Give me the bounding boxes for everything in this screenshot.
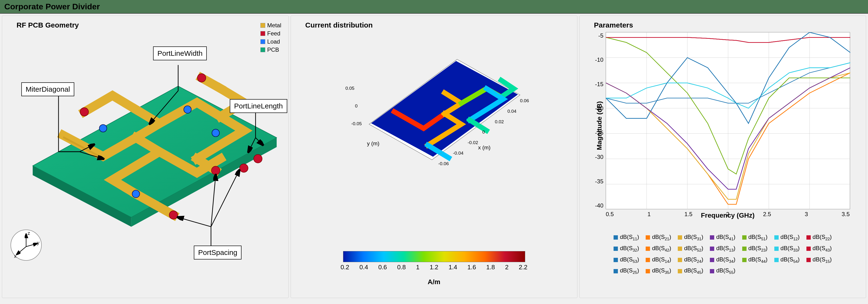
sparam-legend-item[interactable]: dB(S55)	[710, 267, 735, 275]
legend-swatch	[806, 235, 811, 240]
legend-swatch	[774, 235, 779, 240]
axes-compass-icon[interactable]: z y x	[10, 230, 42, 261]
colorbar: 0.20.40.60.811.21.41.61.822.2 A/m	[341, 251, 528, 286]
sparam-legend-item[interactable]: dB(S15)	[806, 256, 832, 264]
sparam-legend-item[interactable]: dB(S23)	[742, 245, 768, 253]
svg-point-12	[132, 190, 140, 198]
colorbar-tick: 1.4	[448, 264, 457, 271]
xtick: 2.5	[763, 211, 771, 217]
sparam-legend-item[interactable]: dB(S45)	[678, 267, 703, 275]
colorbar-tick: 1.2	[430, 264, 438, 271]
xtick: 0.5	[606, 211, 614, 217]
legend-label: dB(S51)	[748, 234, 768, 241]
sparam-legend-item[interactable]: dB(S42)	[646, 245, 671, 253]
sparam-legend-item[interactable]: dB(S43)	[806, 245, 832, 253]
svg-text:-0.02: -0.02	[468, 140, 478, 145]
sparam-chart[interactable]: -5-10-15-20-25-30-35-40 0.511.522.533.5	[606, 32, 850, 209]
sparam-legend-item[interactable]: dB(S51)	[742, 234, 768, 241]
legend-item: Metal	[260, 22, 281, 29]
legend-label: dB(S23)	[748, 245, 768, 253]
svg-text:0.06: 0.06	[520, 98, 529, 103]
sparam-legend-item[interactable]: dB(S13)	[710, 245, 735, 253]
sparam-legend-item[interactable]: dB(S25)	[614, 267, 639, 275]
pcb-svg	[5, 32, 286, 267]
legend-swatch	[614, 269, 618, 273]
geometry-panel: RF PCB Geometry MetalFeedLoadPCB	[2, 15, 289, 298]
svg-point-5	[254, 155, 262, 163]
legend-swatch	[710, 269, 714, 273]
colorbar-tick: 0.2	[341, 264, 349, 271]
legend-label: dB(S21)	[652, 234, 671, 241]
legend-swatch	[646, 235, 650, 240]
callout-miter: MiterDiagonal	[21, 82, 74, 96]
ytick: -25	[591, 130, 603, 136]
legend-label: dB(S31)	[684, 234, 703, 241]
chart-svg	[606, 32, 850, 209]
current-plot[interactable]: -0.05 0 0.05 -0.06 -0.04 -0.02 0 0.02 0.…	[307, 32, 561, 166]
ytick: -15	[591, 81, 603, 88]
legend-swatch	[614, 258, 618, 262]
callout-portspacing: PortSpacing	[194, 246, 242, 260]
sparam-legend-item[interactable]: dB(S24)	[678, 256, 703, 264]
sparam-legend-item[interactable]: dB(S21)	[646, 234, 671, 241]
legend-swatch	[646, 269, 650, 273]
sparam-legend-item[interactable]: dB(S35)	[646, 267, 671, 275]
geometry-plot[interactable]: MiterDiagonal PortLineWidth PortLineLeng…	[5, 32, 286, 267]
legend-swatch	[678, 269, 682, 273]
callout-portwidth: PortLineWidth	[153, 46, 207, 60]
legend-label: dB(S11)	[620, 234, 639, 241]
svg-text:0.02: 0.02	[495, 119, 504, 124]
colorbar-tick: 0.6	[378, 264, 387, 271]
sparam-legend-item[interactable]: dB(S33)	[774, 245, 800, 253]
ytick: -5	[591, 32, 603, 39]
sparam-legend-item[interactable]: dB(S52)	[678, 245, 703, 253]
sparam-legend-item[interactable]: dB(S41)	[710, 234, 735, 241]
colorbar-tick: 2.2	[519, 264, 527, 271]
ytick: -30	[591, 154, 603, 160]
legend-label: dB(S33)	[780, 245, 800, 253]
legend-swatch	[742, 246, 747, 251]
ytick: -10	[591, 57, 603, 63]
legend-label: dB(S42)	[652, 245, 671, 253]
svg-line-14	[26, 244, 37, 247]
colorbar-tick: 2	[505, 264, 508, 271]
legend-swatch	[260, 23, 265, 28]
svg-text:y (m): y (m)	[367, 140, 379, 146]
legend-swatch	[614, 235, 618, 240]
sparam-legend-item[interactable]: dB(S54)	[774, 256, 800, 264]
legend-label: dB(S34)	[716, 256, 735, 264]
colorbar-label: A/m	[428, 278, 440, 286]
sparam-legend-item[interactable]: dB(S12)	[774, 234, 800, 241]
sparam-legend-item[interactable]: dB(S32)	[614, 245, 639, 253]
chart-wrap: Magnitude (dB) -5-10-15-20-25-30-35-40 0…	[596, 32, 850, 219]
sparam-legend-item[interactable]: dB(S31)	[678, 234, 703, 241]
sparam-legend-item[interactable]: dB(S14)	[646, 256, 671, 264]
legend-swatch	[742, 235, 747, 240]
legend-swatch	[678, 235, 682, 240]
legend-label: dB(S35)	[652, 267, 671, 275]
xtick: 3	[805, 211, 808, 217]
sparam-legend-item[interactable]: dB(S11)	[614, 234, 639, 241]
sparam-legend-item[interactable]: dB(S44)	[742, 256, 768, 264]
legend-label: dB(S22)	[813, 234, 832, 241]
chart-xtick-labels: 0.511.522.533.5	[606, 211, 850, 217]
legend-label: dB(S41)	[716, 234, 735, 241]
legend-label: dB(S45)	[684, 267, 703, 275]
svg-point-8	[212, 166, 220, 175]
chart-ytick-labels: -5-10-15-20-25-30-35-40	[591, 32, 603, 209]
svg-point-10	[184, 106, 191, 113]
sparam-legend-item[interactable]: dB(S22)	[806, 234, 832, 241]
colorbar-gradient	[343, 251, 525, 262]
colorbar-tick: 1	[416, 264, 419, 271]
svg-text:0.04: 0.04	[507, 109, 517, 114]
ytick: -40	[591, 202, 603, 209]
callout-portlength: PortLineLength	[230, 99, 287, 113]
app-title: Corporate Power Divider	[4, 2, 100, 11]
xtick: 1	[648, 211, 651, 217]
sparam-legend-item[interactable]: dB(S34)	[710, 256, 735, 264]
legend-label: dB(S43)	[813, 245, 832, 253]
svg-text:z: z	[28, 231, 30, 236]
legend-label: Metal	[267, 22, 281, 29]
svg-point-4	[197, 74, 206, 82]
sparam-legend-item[interactable]: dB(S53)	[614, 256, 639, 264]
